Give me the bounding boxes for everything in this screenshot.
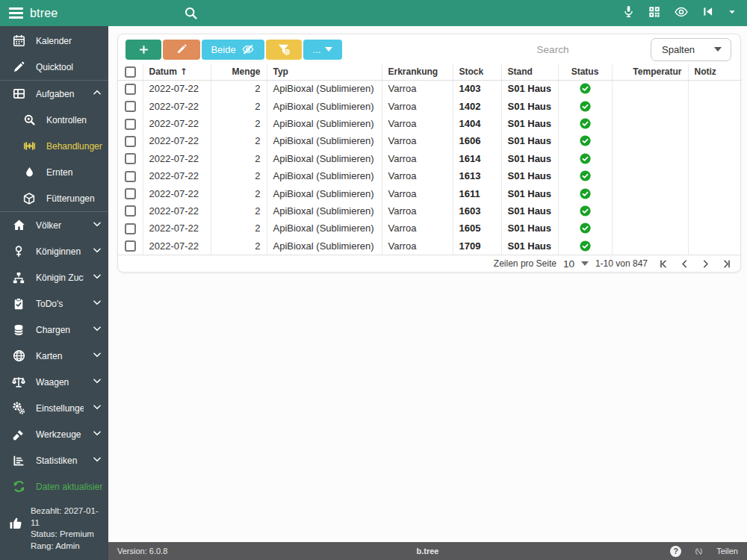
help-icon[interactable]: ? xyxy=(670,546,681,557)
skip-back-icon[interactable] xyxy=(701,4,715,22)
column-header-stock[interactable]: Stock xyxy=(453,64,501,80)
sidebar-item-karten[interactable]: Karten xyxy=(0,343,108,369)
cell-datum: 2022-07-22 xyxy=(143,97,211,114)
last-page-icon[interactable] xyxy=(720,258,733,270)
sidebar-item-werkzeuge[interactable]: Werkzeuge xyxy=(0,421,108,447)
sidebar-item-ernten[interactable]: Ernten xyxy=(0,159,108,185)
caret-down-icon xyxy=(714,47,722,52)
table-row[interactable]: 2022-07-22 2 ApiBioxal (Sublimieren) Var… xyxy=(118,97,742,114)
column-header-temperatur[interactable]: Temperatur xyxy=(612,64,688,80)
table-row[interactable]: 2022-07-22 2 ApiBioxal (Sublimieren) Var… xyxy=(118,132,742,149)
sidebar-item-kontrollen[interactable]: Kontrollen xyxy=(0,107,108,133)
sidebar: Kalender Quicktool Aufgaben Kontrollen B… xyxy=(0,26,108,560)
caret-down-icon[interactable] xyxy=(581,261,589,266)
column-header-stand[interactable]: Stand xyxy=(501,64,558,80)
status-bar: Version: 6.0.8 b.tree ? Teilen xyxy=(108,542,747,560)
sidebar-item-label: Kontrollen xyxy=(46,115,102,125)
qr-code-icon[interactable] xyxy=(647,4,662,22)
sidebar-item-quicktool[interactable]: Quicktool xyxy=(0,54,108,80)
column-header-status[interactable]: Status xyxy=(558,64,612,80)
cell-temperatur xyxy=(612,220,688,237)
check-circle-icon xyxy=(579,169,592,182)
columns-button[interactable]: Spalten xyxy=(651,38,731,61)
sidebar-item-kalender[interactable]: Kalender xyxy=(0,28,108,54)
select-all-checkbox[interactable] xyxy=(125,66,136,78)
sidebar-item-behandlungen[interactable]: Behandlungen xyxy=(0,133,108,159)
table-row[interactable]: 2022-07-22 2 ApiBioxal (Sublimieren) Var… xyxy=(118,115,742,132)
row-checkbox[interactable] xyxy=(125,240,136,252)
row-checkbox[interactable] xyxy=(125,188,136,199)
table-row[interactable]: 2022-07-22 2 ApiBioxal (Sublimieren) Var… xyxy=(118,202,742,220)
column-header-typ[interactable]: Typ xyxy=(267,64,382,80)
more-actions-button[interactable]: ... xyxy=(303,40,342,60)
row-checkbox[interactable] xyxy=(125,101,136,112)
menu-icon[interactable] xyxy=(9,7,23,19)
chevron-down-icon[interactable] xyxy=(726,6,738,21)
sidebar-item-label: Ernten xyxy=(46,167,102,178)
row-checkbox[interactable] xyxy=(125,136,136,147)
filter-off-button[interactable] xyxy=(266,40,302,60)
table-row[interactable]: 2022-07-22 2 ApiBioxal (Sublimieren) Var… xyxy=(118,150,742,167)
row-checkbox[interactable] xyxy=(125,205,136,217)
rows-per-page-select[interactable]: 10 xyxy=(563,258,574,270)
more-label: ... xyxy=(313,44,321,55)
sidebar-item-fuetterungen[interactable]: Fütterungen xyxy=(0,185,108,211)
sidebar-item-koeniginnen[interactable]: Königinnen xyxy=(0,238,108,264)
zoom-in-icon xyxy=(20,113,38,127)
cell-notiz xyxy=(688,202,742,220)
sidebar-item-aufgaben[interactable]: Aufgaben xyxy=(0,81,108,107)
row-checkbox[interactable] xyxy=(125,153,136,164)
search-input[interactable] xyxy=(467,44,639,55)
row-checkbox[interactable] xyxy=(125,119,136,130)
sidebar-item-einstellungen[interactable]: Einstellungen xyxy=(0,395,108,421)
sidebar-item-statistiken[interactable]: Statistiken xyxy=(0,447,108,473)
cell-notiz xyxy=(688,97,742,114)
calendar-icon xyxy=(10,34,28,48)
account-rank: Rang: Admin xyxy=(31,541,104,553)
table-row[interactable]: 2022-07-22 2 ApiBioxal (Sublimieren) Var… xyxy=(118,167,742,184)
sidebar-item-todos[interactable]: ToDo's xyxy=(0,290,108,317)
microphone-icon[interactable] xyxy=(622,4,636,22)
column-header-erkrankung[interactable]: Erkrankung xyxy=(382,64,453,80)
table-row[interactable]: 2022-07-22 2 ApiBioxal (Sublimieren) Var… xyxy=(118,184,742,202)
column-header-notiz[interactable]: Notiz xyxy=(688,64,742,80)
row-checkbox[interactable] xyxy=(125,84,136,95)
beide-visibility-button[interactable]: Beide xyxy=(202,40,264,60)
row-checkbox[interactable] xyxy=(125,223,136,234)
cell-datum: 2022-07-22 xyxy=(143,237,211,255)
sidebar-item-waagen[interactable]: Waagen xyxy=(0,369,108,395)
table-row[interactable]: 2022-07-22 2 ApiBioxal (Sublimieren) Var… xyxy=(118,237,742,255)
cell-stock: 1404 xyxy=(453,115,501,132)
sidebar-item-chargen[interactable]: Chargen xyxy=(0,317,108,343)
first-page-icon[interactable] xyxy=(657,258,670,270)
home-icon xyxy=(10,218,28,232)
sidebar-item-label: Behandlungen xyxy=(46,141,102,152)
prev-page-icon[interactable] xyxy=(678,258,691,270)
chevron-down-icon xyxy=(92,297,102,310)
cell-notiz xyxy=(688,237,742,255)
sort-asc-icon: ↑ xyxy=(180,66,187,77)
sidebar-item-koenigin-zucht[interactable]: Königin Zucht xyxy=(0,264,108,290)
gears-icon xyxy=(10,401,28,416)
table-row[interactable]: 2022-07-22 2 ApiBioxal (Sublimieren) Var… xyxy=(118,80,742,97)
edit-button[interactable] xyxy=(163,40,200,60)
cell-stock: 1614 xyxy=(453,150,501,167)
table-row[interactable]: 2022-07-22 2 ApiBioxal (Sublimieren) Var… xyxy=(118,220,742,237)
column-header-menge[interactable]: Menge xyxy=(211,64,267,80)
refresh-icon xyxy=(10,479,28,494)
next-page-icon[interactable] xyxy=(699,258,712,270)
cell-menge: 2 xyxy=(211,150,267,167)
sidebar-item-daten-aktualisieren[interactable]: Daten aktualisieren xyxy=(0,473,108,500)
add-button[interactable] xyxy=(125,40,161,60)
column-header-datum[interactable]: Datum↑ xyxy=(143,64,211,80)
share-label[interactable]: Teilen xyxy=(716,547,738,556)
sidebar-item-voelker[interactable]: Völker xyxy=(0,212,108,238)
check-circle-icon xyxy=(579,187,592,200)
row-checkbox[interactable] xyxy=(125,171,136,182)
nfc-icon[interactable] xyxy=(692,544,706,559)
eye-icon[interactable] xyxy=(673,4,689,22)
sidebar-item-label: Karten xyxy=(36,351,84,361)
cell-stand: S01 Haus xyxy=(501,220,558,237)
search-icon[interactable] xyxy=(183,5,199,24)
chevron-down-icon xyxy=(92,454,102,467)
